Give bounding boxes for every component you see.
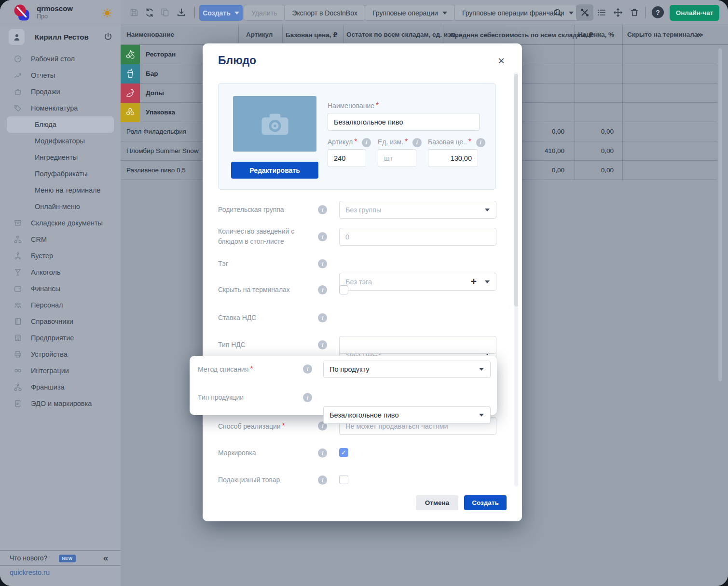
create-button[interactable]: Создать <box>199 5 243 21</box>
excise-checkbox[interactable] <box>339 475 348 484</box>
sidebar-item-alcohol[interactable]: Алкоголь <box>0 264 121 280</box>
sidebar-item-reference[interactable]: Справочники <box>0 313 121 330</box>
info-icon[interactable]: i <box>303 364 312 374</box>
unit-input[interactable] <box>378 149 416 167</box>
info-icon[interactable]: i <box>318 205 327 214</box>
column-divider <box>282 25 283 45</box>
whats-new-row[interactable]: Что нового? NEW « <box>0 551 121 566</box>
writeoff-method-select[interactable]: По продукту <box>323 361 491 378</box>
col-header-markup[interactable]: Наценка, % <box>578 31 614 38</box>
parent-group-select[interactable]: Без группы <box>339 201 496 219</box>
info-icon[interactable]: i <box>318 313 327 322</box>
product-type-select[interactable]: Безалкогольное пиво <box>323 406 491 424</box>
col-header-hidden[interactable]: Скрыто на терминалах <box>627 31 701 38</box>
col-header-name[interactable]: Наименование <box>126 31 174 38</box>
close-icon[interactable]: × <box>498 55 505 67</box>
avatar[interactable] <box>9 29 25 45</box>
vat-rate-label: Ставка НДС <box>218 314 256 321</box>
vat-type-label: Тип НДС <box>218 341 246 349</box>
enterprise-store-icon <box>14 334 22 342</box>
devices-printer-icon <box>14 350 22 359</box>
sidebar-item-crm[interactable]: CRM <box>0 231 121 248</box>
col-header-avg-cost[interactable]: Средняя себестоимость по всем складам, ₽ <box>450 31 593 39</box>
name-field-label: Наименование* <box>328 101 379 110</box>
col-header-sku[interactable]: Артикул <box>246 31 273 38</box>
hide-on-terminals-label: Скрыть на терминалах <box>218 286 290 293</box>
export-docsinbox-button[interactable]: Экспорт в DocsInBox <box>284 5 365 21</box>
info-icon[interactable]: i <box>476 138 485 147</box>
info-icon[interactable]: i <box>318 285 327 294</box>
stoplist-count-input[interactable] <box>339 228 496 246</box>
sidebar-item-modifiers[interactable]: Модификаторы <box>0 133 121 149</box>
copy-icon[interactable] <box>160 8 170 17</box>
sidebar-item-enterprise[interactable]: Предприятие <box>0 330 121 346</box>
sidebar-item-edo[interactable]: ЭДО и маркировка <box>0 395 121 412</box>
base-price-field-label: Базовая це..* i <box>428 138 485 147</box>
sidebar-item-ingredients[interactable]: Ингредиенты <box>0 149 121 166</box>
group-operations-button[interactable]: Групповые операции <box>365 5 455 21</box>
sidebar-item-online-menu[interactable]: Онлайн-меню <box>0 198 121 215</box>
move-icon[interactable] <box>613 8 623 17</box>
add-tag-icon[interactable]: + <box>471 276 477 287</box>
sidebar-item-warehouse-docs[interactable]: Складские документы <box>0 215 121 231</box>
theme-toggle-sun-icon[interactable] <box>102 8 112 18</box>
quickresto-link[interactable]: quickresto.ru <box>10 569 50 576</box>
sidebar-item-sales[interactable]: Продажи <box>0 84 121 100</box>
table-scrollbar[interactable] <box>718 48 722 381</box>
online-chat-button[interactable]: Онлайн-чат <box>670 5 719 21</box>
save-icon[interactable] <box>129 8 139 17</box>
cancel-button[interactable]: Отмена <box>416 495 458 510</box>
sidebar-item-dashboard[interactable]: Рабочий стол <box>0 51 121 67</box>
info-icon[interactable]: i <box>303 393 312 402</box>
sidebar-item-booster[interactable]: Бустер <box>0 248 121 264</box>
tools-icon[interactable] <box>580 8 590 17</box>
info-icon[interactable]: i <box>318 475 327 485</box>
col-header-base-price[interactable]: Базовая цена, ₽ <box>286 31 338 39</box>
search-icon[interactable] <box>553 8 563 17</box>
modal-scrollbar-thumb[interactable] <box>514 74 518 307</box>
collapse-sidebar-icon[interactable]: « <box>103 553 109 563</box>
refresh-icon[interactable] <box>145 8 154 17</box>
help-button[interactable]: ? <box>652 6 664 18</box>
info-icon[interactable]: i <box>318 259 327 268</box>
product-type-label: Тип продукции <box>198 393 244 401</box>
chevron-down-icon <box>479 414 484 417</box>
sidebar-item-franchise[interactable]: Франшиза <box>0 379 121 395</box>
logout-power-icon[interactable] <box>103 32 113 42</box>
download-icon[interactable] <box>177 8 186 17</box>
list-view-icon[interactable] <box>597 8 606 17</box>
tag-select[interactable]: Без тэга + <box>339 273 496 291</box>
col-header-more[interactable]: ••• <box>696 31 703 38</box>
sidebar-item-dishes[interactable]: Блюда <box>7 116 114 133</box>
info-icon[interactable]: i <box>362 138 371 147</box>
sidebar-item-nomenclature[interactable]: Номенклатура <box>0 100 121 116</box>
sidebar-item-staff[interactable]: Персонал <box>0 297 121 313</box>
sidebar-item-reports[interactable]: Отчеты <box>0 67 121 84</box>
writeoff-product-type-panel: Метод списания* i По продукту Тип продук… <box>190 356 497 415</box>
crm-icon <box>14 235 22 244</box>
toolbar-button-group: Удалить Экспорт в DocsInBox Групповые оп… <box>244 5 581 21</box>
sidebar-item-semifinished[interactable]: Полуфабрикаты <box>0 166 121 182</box>
hide-on-terminals-checkbox[interactable] <box>339 285 348 294</box>
dish-photo-placeholder[interactable] <box>233 96 316 152</box>
trash-icon[interactable] <box>630 8 639 17</box>
info-icon[interactable]: i <box>412 138 422 147</box>
sidebar-item-devices[interactable]: Устройства <box>0 346 121 363</box>
edit-photo-button[interactable]: Редактировать <box>231 162 318 179</box>
create-submit-button[interactable]: Создать <box>464 495 507 510</box>
info-icon[interactable]: i <box>318 448 327 458</box>
sidebar-item-integrations[interactable]: Интеграции <box>0 363 121 379</box>
sidebar-item-finance[interactable]: Финансы <box>0 280 121 297</box>
sku-input[interactable] <box>328 149 366 167</box>
vat-type-input[interactable] <box>339 336 496 354</box>
delete-button[interactable]: Удалить <box>244 5 285 21</box>
marking-checkbox[interactable]: ✓ <box>339 448 348 457</box>
info-icon[interactable]: i <box>318 232 327 241</box>
col-header-stock[interactable]: Остаток по всем складам, ед. изм. <box>346 31 457 38</box>
booster-icon <box>14 251 22 260</box>
name-input[interactable] <box>328 113 480 131</box>
sidebar-item-terminal-menu[interactable]: Меню на терминале <box>0 182 121 198</box>
info-icon[interactable]: i <box>318 340 327 349</box>
base-price-input[interactable] <box>428 149 478 167</box>
excise-label: Подакцизный товар <box>218 476 280 484</box>
